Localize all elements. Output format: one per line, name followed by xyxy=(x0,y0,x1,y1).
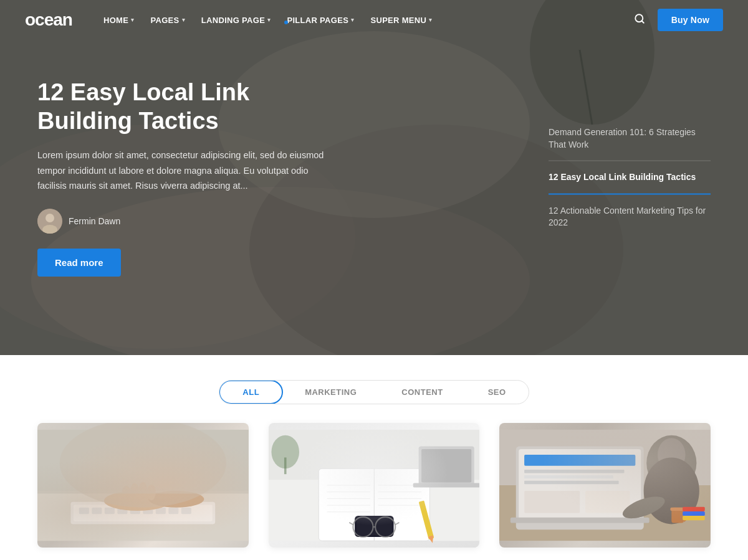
filter-tab-content[interactable]: CONTENT xyxy=(379,381,465,404)
svg-rect-56 xyxy=(284,457,287,474)
svg-rect-18 xyxy=(105,508,115,515)
svg-rect-23 xyxy=(168,508,178,515)
svg-rect-78 xyxy=(683,511,705,516)
sidebar-post-title-1: Demand Generation 101: 6 Strategies That… xyxy=(549,126,711,151)
svg-point-74 xyxy=(620,492,668,523)
card-image-3 xyxy=(499,423,711,548)
svg-rect-13 xyxy=(37,491,249,541)
svg-line-53 xyxy=(349,523,353,525)
sidebar-post-3[interactable]: 12 Actionable Content Marketing Tips for… xyxy=(549,194,711,239)
svg-rect-21 xyxy=(143,508,153,515)
nav-super-menu[interactable]: SUPER MENU ▾ xyxy=(364,11,438,30)
svg-rect-20 xyxy=(130,508,140,515)
chevron-down-icon: ▾ xyxy=(351,17,354,23)
sidebar-post-2[interactable]: 12 Easy Local Link Building Tactics xyxy=(549,161,711,195)
svg-point-55 xyxy=(271,435,299,468)
author-name: Fermin Dawn xyxy=(69,216,120,226)
card-2[interactable] xyxy=(269,423,480,548)
svg-rect-34 xyxy=(269,480,480,541)
filter-tabs: ALL MARKETING CONTENT SEO xyxy=(219,380,529,404)
svg-point-27 xyxy=(122,486,130,501)
svg-marker-47 xyxy=(428,535,435,543)
svg-rect-75 xyxy=(672,508,684,523)
filter-section: ALL MARKETING CONTENT SEO xyxy=(0,355,748,423)
svg-point-50 xyxy=(353,517,373,537)
svg-rect-22 xyxy=(156,508,166,515)
nav-landing-page[interactable]: LANDING PAGE ▾ xyxy=(195,11,277,30)
svg-rect-77 xyxy=(683,516,705,520)
svg-rect-58 xyxy=(421,449,471,482)
buy-now-button[interactable]: Buy Now xyxy=(658,9,723,31)
svg-point-28 xyxy=(130,483,139,501)
hero-sidebar: Demand Generation 101: 6 Strategies That… xyxy=(549,116,711,239)
svg-rect-24 xyxy=(181,508,191,515)
nav-pages[interactable]: PAGES ▾ xyxy=(144,11,191,30)
nav-right: Buy Now xyxy=(631,9,723,31)
svg-point-30 xyxy=(147,485,156,500)
search-button[interactable] xyxy=(631,11,648,30)
svg-rect-79 xyxy=(683,507,705,511)
nav-pillar-pages[interactable]: PILLAR PAGES ▾ xyxy=(280,11,360,30)
svg-point-32 xyxy=(60,423,226,508)
hero-author: Fermin Dawn xyxy=(37,209,337,234)
hero-content: 12 Easy Local Link Building Tactics Lore… xyxy=(0,78,374,277)
svg-point-72 xyxy=(658,438,686,471)
card-image-1 xyxy=(37,423,249,548)
sidebar-post-title-2: 12 Easy Local Link Building Tactics xyxy=(549,171,711,184)
chevron-down-icon: ▾ xyxy=(267,17,271,23)
chevron-down-icon: ▾ xyxy=(429,17,432,23)
svg-rect-14 xyxy=(70,502,215,524)
svg-line-1 xyxy=(641,21,643,22)
svg-point-73 xyxy=(644,457,699,524)
navbar: ocean HOME ▾ PAGES ▾ LANDING PAGE ▾ PILL… xyxy=(0,0,748,40)
svg-rect-66 xyxy=(524,475,613,478)
svg-point-25 xyxy=(104,491,171,511)
nav-home[interactable]: HOME ▾ xyxy=(97,11,141,30)
svg-rect-61 xyxy=(499,485,711,541)
svg-rect-76 xyxy=(671,508,685,511)
svg-rect-31 xyxy=(37,430,249,493)
avatar xyxy=(37,209,62,234)
svg-rect-62 xyxy=(516,447,644,530)
sidebar-post-title-3: 12 Actionable Content Marketing Tips for… xyxy=(549,204,711,229)
svg-point-71 xyxy=(646,435,696,491)
svg-rect-15 xyxy=(74,505,213,521)
svg-point-29 xyxy=(138,482,147,500)
cards-section xyxy=(0,423,748,560)
card-3[interactable] xyxy=(499,423,711,548)
svg-rect-59 xyxy=(413,483,479,487)
filter-tab-marketing[interactable]: MARKETING xyxy=(282,381,379,404)
read-more-button[interactable]: Read more xyxy=(37,249,121,277)
svg-rect-16 xyxy=(79,508,89,515)
svg-rect-17 xyxy=(92,508,102,515)
svg-rect-57 xyxy=(418,447,474,485)
card-1[interactable] xyxy=(37,423,249,548)
card-image-2 xyxy=(269,423,480,548)
brand-logo[interactable]: ocean xyxy=(25,10,72,30)
svg-rect-48 xyxy=(355,516,393,537)
svg-point-51 xyxy=(375,517,395,537)
svg-point-10 xyxy=(46,214,54,222)
svg-rect-69 xyxy=(585,491,630,513)
sidebar-post-1[interactable]: Demand Generation 101: 6 Strategies That… xyxy=(549,116,711,161)
hero-title: 12 Easy Local Link Building Tactics xyxy=(37,78,337,135)
svg-rect-70 xyxy=(511,518,650,523)
svg-rect-65 xyxy=(524,470,624,473)
svg-point-26 xyxy=(148,491,204,508)
svg-rect-46 xyxy=(418,500,434,539)
nav-links: HOME ▾ PAGES ▾ LANDING PAGE ▾ PILLAR PAG… xyxy=(97,11,631,30)
svg-rect-60 xyxy=(499,430,711,541)
svg-rect-63 xyxy=(519,449,641,521)
chevron-down-icon: ▾ xyxy=(182,17,185,23)
svg-rect-35 xyxy=(319,468,429,541)
svg-rect-49 xyxy=(356,518,391,536)
chevron-down-icon: ▾ xyxy=(131,17,134,23)
svg-rect-68 xyxy=(524,491,580,513)
cards-grid xyxy=(37,423,711,548)
svg-line-54 xyxy=(395,523,399,525)
svg-rect-19 xyxy=(117,508,127,515)
filter-tab-seo[interactable]: SEO xyxy=(466,381,529,404)
filter-tab-all[interactable]: ALL xyxy=(219,380,283,404)
hero-description: Lorem ipsum dolor sit amet, consectetur … xyxy=(37,148,337,194)
svg-rect-67 xyxy=(524,481,619,484)
